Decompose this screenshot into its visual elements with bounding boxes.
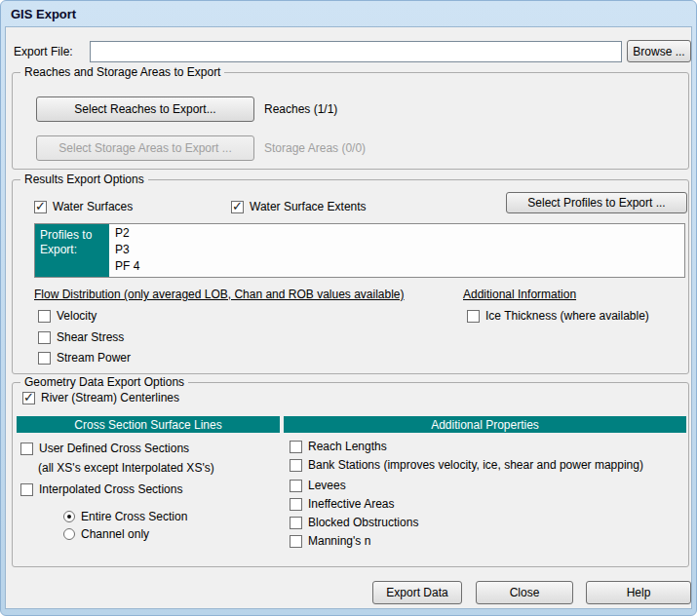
ineffective-areas-checkbox[interactable]: [290, 498, 302, 511]
flow-distribution-heading: Flow Distribution (only averaged LOB, Ch…: [34, 288, 405, 301]
ice-thickness-row[interactable]: Ice Thickness (where available): [467, 309, 649, 323]
user-defined-xs-label: User Defined Cross Sections: [39, 442, 189, 455]
ice-thickness-checkbox[interactable]: [467, 310, 480, 323]
velocity-row[interactable]: Velocity: [38, 309, 97, 323]
velocity-checkbox[interactable]: [38, 310, 51, 323]
levees-row[interactable]: Levees: [290, 479, 346, 492]
water-surface-extents-checkbox[interactable]: [231, 201, 244, 213]
stream-power-checkbox[interactable]: [38, 352, 51, 365]
entire-cross-section-label: Entire Cross Section: [81, 510, 187, 523]
cross-section-header-label: Cross Section Surface Lines: [74, 418, 221, 432]
geometry-group-title: Geometry Data Export Options: [20, 375, 188, 389]
user-defined-xs-note: (all XS's except Interpolated XS's): [38, 461, 214, 475]
mannings-n-row[interactable]: Manning's n: [290, 534, 370, 548]
reach-lengths-label: Reach Lengths: [308, 440, 387, 453]
profile-item[interactable]: PF 4: [115, 258, 678, 275]
reach-lengths-checkbox[interactable]: [290, 441, 302, 453]
reaches-count-label: Reaches (1/1): [264, 102, 337, 116]
additional-information-heading: Additional Information: [463, 288, 576, 301]
storage-areas-count-label: Storage Areas (0/0): [264, 141, 366, 155]
water-surface-extents-label: Water Surface Extents: [250, 200, 367, 213]
interpolated-xs-label: Interpolated Cross Sections: [39, 482, 182, 496]
select-profiles-button[interactable]: Select Profiles to Export ...: [506, 192, 687, 213]
mannings-n-label: Manning's n: [308, 534, 370, 548]
blocked-obstructions-checkbox[interactable]: [290, 517, 302, 529]
profile-item[interactable]: P2: [115, 225, 678, 242]
channel-only-label: Channel only: [81, 527, 149, 541]
bank-stations-row[interactable]: Bank Stations (improves velocity, ice, s…: [290, 458, 643, 472]
blocked-obstructions-label: Blocked Obstructions: [308, 516, 418, 529]
stream-power-row[interactable]: Stream Power: [38, 351, 131, 365]
gis-export-dialog: GIS Export Export File: Browse ... Reach…: [0, 0, 697, 616]
ineffective-areas-label: Ineffective Areas: [308, 497, 395, 511]
title-bar[interactable]: GIS Export: [1, 1, 696, 26]
reaches-group-title: Reaches and Storage Areas to Export: [20, 65, 224, 79]
shear-stress-row[interactable]: Shear Stress: [38, 330, 124, 344]
cross-section-header: Cross Section Surface Lines: [17, 416, 280, 433]
select-storage-areas-button[interactable]: Select Storage Areas to Export ...: [36, 135, 254, 161]
results-group: Results Export Options Water Surfaces Wa…: [12, 179, 689, 374]
close-button[interactable]: Close: [476, 581, 573, 604]
entire-cross-section-row[interactable]: Entire Cross Section: [63, 510, 187, 523]
interpolated-xs-checkbox[interactable]: [20, 483, 33, 496]
river-centerlines-row[interactable]: River (Stream) Centerlines: [22, 391, 179, 404]
mannings-n-checkbox[interactable]: [290, 535, 302, 548]
channel-only-radio[interactable]: [63, 528, 75, 540]
blocked-obstructions-row[interactable]: Blocked Obstructions: [290, 516, 418, 529]
shear-stress-checkbox[interactable]: [38, 331, 51, 344]
water-surfaces-label: Water Surfaces: [53, 200, 133, 213]
help-button[interactable]: Help: [586, 581, 691, 604]
river-centerlines-label: River (Stream) Centerlines: [41, 391, 179, 404]
reaches-group: Reaches and Storage Areas to Export Sele…: [12, 72, 689, 170]
levees-checkbox[interactable]: [290, 480, 302, 492]
additional-properties-header: Additional Properties: [284, 416, 686, 433]
dialog-content: Export File: Browse ... Reaches and Stor…: [5, 26, 692, 609]
geometry-group: Geometry Data Export Options River (Stre…: [12, 382, 689, 567]
levees-label: Levees: [308, 479, 346, 492]
window-title: GIS Export: [11, 7, 76, 21]
browse-button[interactable]: Browse ...: [627, 40, 691, 62]
select-reaches-button[interactable]: Select Reaches to Export...: [36, 96, 254, 122]
ineffective-areas-row[interactable]: Ineffective Areas: [290, 497, 395, 511]
bank-stations-label: Bank Stations (improves velocity, ice, s…: [308, 458, 643, 472]
bank-stations-checkbox[interactable]: [290, 459, 302, 472]
water-surfaces-row[interactable]: Water Surfaces: [34, 200, 133, 213]
user-defined-xs-row[interactable]: User Defined Cross Sections: [20, 442, 189, 455]
ice-thickness-label: Ice Thickness (where available): [485, 309, 649, 323]
export-file-input[interactable]: [90, 41, 622, 62]
reach-lengths-row[interactable]: Reach Lengths: [290, 440, 387, 453]
profiles-box: Profiles to Export: P2 P3 PF 4: [34, 223, 685, 278]
shear-stress-label: Shear Stress: [57, 330, 124, 344]
stream-power-label: Stream Power: [57, 351, 131, 365]
entire-cross-section-radio[interactable]: [63, 511, 75, 522]
interpolated-xs-row[interactable]: Interpolated Cross Sections: [20, 482, 182, 496]
results-group-title: Results Export Options: [20, 173, 148, 186]
profiles-list[interactable]: P2 P3 PF 4: [109, 224, 684, 277]
water-surface-extents-row[interactable]: Water Surface Extents: [231, 200, 367, 213]
export-file-label: Export File:: [14, 45, 73, 58]
profile-item[interactable]: P3: [115, 242, 678, 258]
export-data-button[interactable]: Export Data: [372, 581, 462, 604]
additional-properties-header-label: Additional Properties: [431, 418, 539, 432]
profiles-box-label: Profiles to Export:: [35, 224, 109, 277]
water-surfaces-checkbox[interactable]: [34, 201, 47, 213]
velocity-label: Velocity: [57, 309, 97, 323]
user-defined-xs-checkbox[interactable]: [20, 443, 33, 455]
channel-only-row[interactable]: Channel only: [63, 527, 149, 541]
river-centerlines-checkbox[interactable]: [22, 392, 35, 404]
